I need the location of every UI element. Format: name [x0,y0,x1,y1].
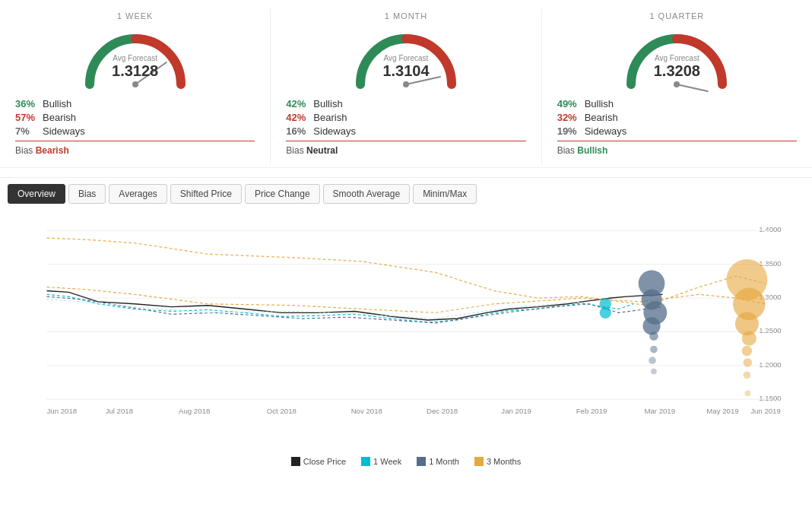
forecast-panel-2: 1 QUARTER Avg Forecast 1.3208 [542,8,812,163]
legend-color [291,457,300,466]
bullish-label: Bullish [43,98,71,109]
period-label: 1 QUARTER [557,11,797,21]
svg-point-44 [744,358,753,367]
tab-shifted-price[interactable]: Shifted Price [170,184,242,204]
updated-bar [0,168,812,178]
svg-point-45 [744,372,751,379]
legend-bar: Close Price 1 Week 1 Month 3 Months [0,453,812,470]
stats-table: 42% Bullish 42% Bearish 16% Sideways Bia… [286,98,525,156]
svg-point-34 [642,317,660,335]
bearish-row: 42% Bearish [286,112,525,123]
gauge: Avg Forecast 1.3128 [75,24,196,92]
gauge-text: Avg Forecast 1.3208 [654,54,700,80]
bullish-label: Bullish [585,98,614,109]
sideways-pct: 16% [286,125,313,137]
legend-label: 3 Months [487,457,521,466]
bearish-pct: 32% [557,112,585,123]
svg-text:1.1500: 1.1500 [759,394,781,402]
sideways-label: Sideways [43,125,85,137]
bearish-label: Bearish [585,112,618,123]
bullish-row: 36% Bullish [15,98,255,109]
bias-row: Bias Neutral [286,145,525,156]
bullish-pct: 49% [557,98,585,109]
sideways-pct: 7% [15,125,43,137]
svg-text:1.2500: 1.2500 [759,326,781,335]
svg-point-37 [649,357,656,364]
sideways-label: Sideways [585,125,627,137]
avg-forecast-label: Avg Forecast [382,54,429,62]
bullish-pct: 42% [286,98,313,109]
forecast-panel-0: 1 WEEK Avg Forecast 1.3128 [0,8,271,163]
svg-text:Feb 2019: Feb 2019 [576,407,607,415]
svg-text:1.3500: 1.3500 [759,259,781,268]
period-label: 1 WEEK [15,11,255,21]
stats-table: 49% Bullish 32% Bearish 19% Sideways Bia… [557,98,797,156]
svg-point-43 [742,346,753,357]
bias-value: Bullish [577,145,607,156]
legend-color [474,457,484,466]
divider [286,141,525,141]
svg-text:Jun 2019: Jun 2019 [750,407,781,415]
svg-point-35 [649,331,658,341]
legend-label: Close Price [303,457,346,466]
svg-point-36 [650,346,658,354]
svg-point-30 [600,307,611,319]
svg-text:Jan 2019: Jan 2019 [501,407,531,415]
stats-table: 36% Bullish 57% Bearish 7% Sideways Bias… [15,98,255,156]
svg-text:1.4000: 1.4000 [759,225,781,233]
gauge-value: 1.3208 [654,62,700,80]
svg-point-1 [132,81,138,87]
svg-point-5 [674,81,680,87]
tab-smooth-average[interactable]: Smooth Average [323,184,411,204]
gauge-text: Avg Forecast 1.3128 [112,54,158,80]
svg-text:Jun 2018: Jun 2018 [47,407,78,415]
bias-label: Bias [15,145,36,156]
gauge: Avg Forecast 1.3208 [616,24,737,92]
svg-point-42 [742,331,756,345]
tabs-bar: OverviewBiasAveragesShifted PricePrice C… [0,178,812,210]
sideways-pct: 19% [557,125,585,137]
svg-point-46 [745,391,751,397]
svg-line-4 [677,84,708,91]
bearish-row: 57% Bearish [15,112,255,123]
gauge: Avg Forecast 1.3104 [345,24,467,92]
bullish-row: 42% Bullish [286,98,525,109]
svg-point-3 [403,81,409,87]
tab-overview[interactable]: Overview [8,184,65,204]
gauge-text: Avg Forecast 1.3104 [382,54,429,80]
bias-value: Bearish [36,145,69,156]
sideways-row: 19% Sideways [557,125,797,137]
legend-item-close-price: Close Price [291,457,346,466]
svg-text:Mar 2019: Mar 2019 [644,407,675,415]
svg-text:1.2000: 1.2000 [759,360,781,369]
tab-bias[interactable]: Bias [68,184,106,204]
tab-minim/max[interactable]: Minim/Max [413,184,477,204]
gauge-value: 1.3128 [112,62,158,80]
bias-row: Bias Bullish [557,145,797,156]
divider [15,141,255,141]
chart-area: 1.4000 1.3500 1.3000 1.2500 1.2000 1.150… [0,210,812,453]
bearish-label: Bearish [313,112,347,123]
tab-averages[interactable]: Averages [109,184,167,204]
bias-label: Bias [286,145,306,156]
bearish-pct: 57% [15,112,43,123]
tab-price-change[interactable]: Price Change [245,184,320,204]
legend-item-1-week: 1 Week [361,457,401,466]
bias-row: Bias Bearish [15,145,255,156]
svg-text:Dec 2018: Dec 2018 [427,407,458,415]
bullish-row: 49% Bullish [557,98,797,109]
legend-item-3-months: 3 Months [474,457,521,466]
svg-text:Aug 2018: Aug 2018 [179,407,210,415]
forecast-panel-1: 1 MONTH Avg Forecast 1.3104 [271,8,541,163]
sideways-label: Sideways [313,125,356,137]
legend-item-1-month: 1 Month [417,457,459,466]
legend-label: 1 Week [373,457,401,466]
bias-value: Neutral [306,145,338,156]
svg-text:May 2019: May 2019 [706,407,738,415]
bias-label: Bias [557,145,578,156]
svg-point-38 [651,369,657,375]
svg-text:Nov 2018: Nov 2018 [351,407,382,415]
divider [557,141,797,141]
bearish-row: 32% Bearish [557,112,797,123]
period-label: 1 MONTH [286,11,525,21]
